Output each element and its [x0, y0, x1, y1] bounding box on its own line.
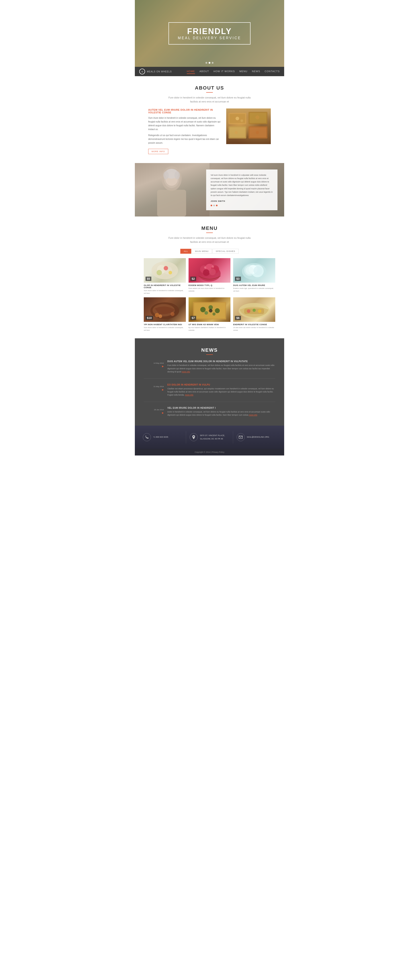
- news-more-1[interactable]: more info: [182, 371, 190, 373]
- contact-phone-text: +1 800 603 6035: [153, 436, 168, 439]
- svg-point-19: [175, 171, 180, 179]
- news-arrow-1: ▶: [144, 365, 164, 368]
- news-date-1: 14 May 2014: [154, 362, 164, 364]
- filter-main[interactable]: Main menu: [192, 249, 212, 254]
- news-items: 14 May 2014 ▶ DUIS AUTEM VEL EUM IRIURE …: [144, 360, 275, 417]
- hero-dot-2[interactable]: [209, 62, 210, 64]
- about-title-underline: [206, 92, 213, 93]
- svg-point-25: [169, 271, 172, 274]
- news-item-3-desc: Dolor in hendrerit in volestie consequat…: [167, 410, 275, 417]
- nav-news[interactable]: NEWS: [252, 70, 260, 73]
- svg-point-51: [212, 312, 215, 316]
- more-info-button[interactable]: MORE INFO: [148, 149, 168, 154]
- contact-address-text: 5870 ST. VINCENT PLACE, GLASGOW, DC 45 F…: [200, 434, 225, 440]
- person-figure: [135, 163, 209, 216]
- news-more-2[interactable]: more info: [185, 394, 193, 396]
- about-title: ABOUT US: [148, 85, 271, 91]
- news-item-3-title: VEL EUM IRIURE DOLOR IN HENDRERIT I: [167, 407, 275, 409]
- svg-point-58: [193, 436, 194, 437]
- menu-item-3-image[interactable]: $3: [233, 258, 275, 283]
- menu-item-1-image[interactable]: $5: [144, 258, 186, 283]
- svg-point-49: [215, 308, 220, 313]
- news-content-3: VEL EUM IRIURE DOLOR IN HENDRERIT I Dolo…: [167, 407, 275, 417]
- menu-item-4-desc: Vum iriure dolor in hendrerit in volesti…: [144, 326, 186, 332]
- footer-bottom: Copyright © 2014 | Privacy Policy: [135, 449, 284, 455]
- testimonial-dot-1[interactable]: [210, 205, 212, 206]
- testimonial-name: JOHN SMITH: [210, 200, 273, 203]
- nav-contacts[interactable]: CONTACTS: [264, 70, 280, 73]
- contact-email: MAIL@DEMOLINK.ORG: [233, 431, 280, 444]
- about-image: [226, 108, 271, 144]
- svg-point-44: [170, 312, 175, 316]
- nav-home[interactable]: HOME: [187, 70, 195, 74]
- nav-how-it-works[interactable]: HOW IT WORKS: [213, 70, 235, 73]
- menu-subtitle: Fure dolor in hendrerit in volestie cons…: [167, 236, 252, 244]
- hero-dot-1[interactable]: [206, 62, 207, 64]
- contact-address: 5870 ST. VINCENT PLACE, GLASGOW, DC 45 F…: [186, 431, 233, 444]
- menu-grid: $5 OLOR IN HENDRERIT IN VOLESTIE CONSE V…: [144, 258, 275, 332]
- news-content-2: EO DOLOR IN HENDRERIT IN VULPU Clariber …: [167, 383, 275, 397]
- filter-all[interactable]: All: [180, 249, 191, 254]
- news-content-1: DUIS AUTEM VEL EUM IRIURE DOLOR IN HENDR…: [167, 360, 275, 373]
- svg-point-42: [155, 313, 159, 317]
- filter-special[interactable]: Special dishes: [212, 249, 239, 254]
- phone-icon: [143, 433, 151, 441]
- hero-dot-3[interactable]: [212, 62, 213, 64]
- menu-item-5: $7 UT WIS ENIM AD MINIM VENI Ep rius hab…: [188, 298, 231, 332]
- svg-point-32: [204, 267, 206, 269]
- news-date-2: 21 May 2014: [154, 385, 164, 388]
- testimonial-box: Vel eum iriure dolor in hendrerit in vul…: [206, 170, 277, 210]
- svg-point-9: [241, 119, 243, 122]
- menu-item-2-desc: Duis autem vel eum iriure dolor in hendr…: [188, 287, 231, 293]
- testimonial-person-image: [135, 163, 209, 216]
- about-text: AUTEM VEL EUM IRIURE DOLOR IN HENDRERIT …: [148, 108, 221, 154]
- menu-item-2: $2 EODEM MODO TYPI, Q Duis autem vel eum…: [188, 258, 231, 295]
- svg-point-11: [235, 131, 238, 134]
- about-section: ABOUT US Fure dolor in hendrerit in vole…: [135, 76, 284, 163]
- menu-item-2-image[interactable]: $2: [188, 258, 231, 283]
- hero-dots: [206, 62, 213, 64]
- svg-point-30: [203, 269, 209, 276]
- contact-email-text: MAIL@DEMOLINK.ORG: [247, 436, 269, 439]
- svg-point-52: [209, 309, 212, 312]
- menu-item-5-price: $7: [190, 316, 196, 320]
- about-heading: AUTEM VEL EUM IRIURE DOLOR IN HENDRERIT …: [148, 108, 221, 114]
- menu-item-5-image[interactable]: $7: [188, 298, 231, 322]
- about-para-2: Relegendis ut ius qui facit eorum clarit…: [148, 134, 221, 145]
- about-para-1: Vum iriure dolor in hendrerit in volesti…: [148, 116, 221, 131]
- testimonial-dot-3[interactable]: [216, 205, 218, 206]
- svg-point-47: [200, 307, 206, 312]
- menu-item-3-desc: Eodem modo typi, qvendrent in volestie c…: [233, 287, 275, 293]
- news-arrow-3: ▶: [144, 412, 164, 414]
- food-illustration: [226, 108, 271, 144]
- svg-point-57: [258, 309, 262, 313]
- menu-item-1-desc: Vum iriure dolor in hendrerit in volesti…: [144, 290, 186, 295]
- svg-point-12: [256, 131, 259, 134]
- nav-menu[interactable]: MENU: [239, 70, 247, 73]
- news-title-underline: [206, 354, 213, 355]
- hero-section: FRIENDLY MEAL DELIVERY SERVICE: [135, 0, 284, 67]
- news-date-3: 26 Jan 2014: [154, 409, 164, 411]
- person-svg: [135, 163, 209, 216]
- menu-item-1-title: OLOR IN HENDRERIT IN VOLESTIE CONSE: [144, 284, 186, 289]
- menu-item-6: $6 ENDRERIT IN VOLESTIE CONSE Ut wisi en…: [233, 298, 275, 332]
- menu-title: MENU: [144, 225, 275, 231]
- news-date-col-3: 26 Jan 2014 ▶: [144, 407, 164, 417]
- menu-item-4-image[interactable]: $10: [144, 298, 186, 322]
- testimonial-dot-2[interactable]: [213, 205, 215, 206]
- nav-about[interactable]: ABOUT: [199, 70, 209, 73]
- svg-point-50: [204, 311, 208, 315]
- menu-item-4-title: YPI NON HABENT CLARITATEM INSI: [144, 323, 186, 326]
- svg-point-56: [253, 309, 256, 312]
- svg-point-23: [157, 270, 162, 275]
- news-more-3[interactable]: more info: [249, 414, 257, 416]
- logo-icon: ⊙: [139, 68, 145, 75]
- hero-subtitle: MEAL DELIVERY SERVICE: [178, 36, 241, 40]
- about-content: AUTEM VEL EUM IRIURE DOLOR IN HENDRERIT …: [148, 108, 271, 154]
- menu-item-6-price: $6: [235, 316, 241, 320]
- menu-item-3-price: $3: [235, 277, 241, 281]
- nav-logo: ⊙ MEALS ON WHEELS: [139, 68, 172, 75]
- menu-item-6-image[interactable]: $6: [233, 298, 275, 322]
- svg-point-24: [164, 266, 168, 270]
- contact-phone: +1 800 603 6035: [139, 431, 186, 444]
